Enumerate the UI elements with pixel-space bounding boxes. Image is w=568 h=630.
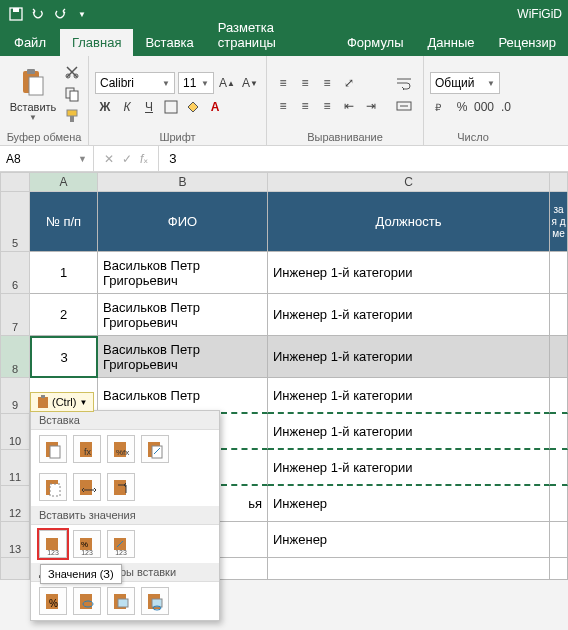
indent-decrease-icon[interactable]: ⇤ bbox=[339, 96, 359, 116]
border-button[interactable] bbox=[161, 97, 181, 117]
comma-icon[interactable]: 000 bbox=[474, 97, 494, 117]
paste-picture-icon[interactable] bbox=[107, 587, 135, 615]
row-header[interactable]: 8 bbox=[0, 336, 30, 378]
cell[interactable]: Инженер 1-й категории bbox=[268, 378, 550, 414]
cell[interactable] bbox=[550, 414, 568, 450]
cut-icon[interactable] bbox=[64, 64, 82, 82]
row-header[interactable]: 6 bbox=[0, 252, 30, 294]
paste-all-icon[interactable] bbox=[39, 435, 67, 463]
align-top-icon[interactable]: ≡ bbox=[273, 73, 293, 93]
align-middle-icon[interactable]: ≡ bbox=[295, 73, 315, 93]
cell[interactable]: Инженер 1-й категории bbox=[268, 450, 550, 486]
cell[interactable]: 2 bbox=[30, 294, 98, 336]
cell[interactable]: Васильков Петр bbox=[98, 378, 268, 414]
row-header[interactable] bbox=[0, 558, 30, 580]
col-header-B[interactable]: B bbox=[98, 172, 268, 192]
align-right-icon[interactable]: ≡ bbox=[317, 96, 337, 116]
tab-file[interactable]: Файл bbox=[0, 29, 60, 56]
cell[interactable] bbox=[550, 450, 568, 486]
row-header[interactable]: 7 bbox=[0, 294, 30, 336]
paste-transpose-icon[interactable] bbox=[107, 473, 135, 501]
merge-button[interactable] bbox=[391, 96, 417, 116]
paste-formulas-number-icon[interactable]: %fx bbox=[107, 435, 135, 463]
col-header-A[interactable]: A bbox=[30, 172, 98, 192]
col-header-C[interactable]: C bbox=[268, 172, 550, 192]
tab-insert[interactable]: Вставка bbox=[133, 29, 205, 56]
cell[interactable]: Инженер 1-й категории bbox=[268, 252, 550, 294]
decrease-font-icon[interactable]: A▼ bbox=[240, 73, 260, 93]
align-left-icon[interactable]: ≡ bbox=[273, 96, 293, 116]
align-bottom-icon[interactable]: ≡ bbox=[317, 73, 337, 93]
underline-button[interactable]: Ч bbox=[139, 97, 159, 117]
percent-icon[interactable]: % bbox=[452, 97, 472, 117]
tab-home[interactable]: Главная bbox=[60, 29, 133, 56]
formula-content[interactable]: 3 bbox=[159, 151, 186, 166]
row-header[interactable]: 13 bbox=[0, 522, 30, 558]
font-color-button[interactable]: A bbox=[205, 97, 225, 117]
paste-keep-source-icon[interactable] bbox=[141, 435, 169, 463]
tab-formulas[interactable]: Формулы bbox=[335, 29, 416, 56]
active-cell[interactable]: 3 bbox=[30, 336, 98, 378]
cell[interactable]: Инженер 1-й категории bbox=[268, 336, 550, 378]
cell[interactable]: Инженер 1-й категории bbox=[268, 414, 550, 450]
increase-font-icon[interactable]: A▲ bbox=[217, 73, 237, 93]
row-header[interactable]: 10 bbox=[0, 414, 30, 450]
bold-button[interactable]: Ж bbox=[95, 97, 115, 117]
cell[interactable] bbox=[550, 486, 568, 522]
cell[interactable] bbox=[268, 558, 550, 580]
indent-increase-icon[interactable]: ⇥ bbox=[361, 96, 381, 116]
cell[interactable]: Васильков Петр Григорьевич bbox=[98, 294, 268, 336]
align-center-icon[interactable]: ≡ bbox=[295, 96, 315, 116]
cell[interactable]: 1 bbox=[30, 252, 98, 294]
function-icon[interactable]: fₓ bbox=[140, 152, 148, 166]
cell[interactable] bbox=[550, 294, 568, 336]
tab-data[interactable]: Данные bbox=[416, 29, 487, 56]
row-header[interactable]: 12 bbox=[0, 486, 30, 522]
enter-icon[interactable]: ✓ bbox=[122, 152, 132, 166]
row-header[interactable]: 11 bbox=[0, 450, 30, 486]
cell[interactable]: Должность bbox=[268, 192, 550, 252]
increase-decimal-icon[interactable]: .0 bbox=[496, 97, 516, 117]
format-painter-icon[interactable] bbox=[64, 108, 82, 126]
cell[interactable]: за я д ме bbox=[550, 192, 568, 252]
paste-no-borders-icon[interactable] bbox=[39, 473, 67, 501]
paste-values-number-icon[interactable]: %123 bbox=[73, 530, 101, 558]
tab-review[interactable]: Рецензир bbox=[487, 29, 569, 56]
cell[interactable]: Инженер 1-й категории bbox=[268, 294, 550, 336]
col-header-next[interactable] bbox=[550, 172, 568, 192]
fill-color-button[interactable] bbox=[183, 97, 203, 117]
cell[interactable] bbox=[550, 378, 568, 414]
cancel-icon[interactable]: ✕ bbox=[104, 152, 114, 166]
row-header[interactable]: 5 bbox=[0, 192, 30, 252]
font-name-combo[interactable]: Calibri▼ bbox=[95, 72, 175, 94]
copy-icon[interactable] bbox=[64, 86, 82, 104]
cell[interactable] bbox=[550, 336, 568, 378]
qat-dropdown-icon[interactable]: ▼ bbox=[74, 6, 90, 22]
redo-icon[interactable] bbox=[52, 6, 68, 22]
font-size-combo[interactable]: 11▼ bbox=[178, 72, 214, 94]
paste-button[interactable]: Вставить ▼ bbox=[6, 67, 60, 122]
cell[interactable]: Васильков Петр Григорьевич bbox=[98, 252, 268, 294]
cell[interactable]: № п/п bbox=[30, 192, 98, 252]
row-header[interactable]: 9 bbox=[0, 378, 30, 414]
paste-values-source-icon[interactable]: 123 bbox=[107, 530, 135, 558]
wrap-text-button[interactable] bbox=[391, 73, 417, 93]
tab-layout[interactable]: Разметка страницы bbox=[206, 14, 335, 56]
name-box[interactable]: A8▼ bbox=[0, 146, 94, 171]
paste-linked-picture-icon[interactable] bbox=[141, 587, 169, 615]
cell[interactable] bbox=[550, 252, 568, 294]
cell[interactable]: ФИО bbox=[98, 192, 268, 252]
paste-keep-width-icon[interactable] bbox=[73, 473, 101, 501]
cell[interactable]: Васильков Петр Григорьевич bbox=[98, 336, 268, 378]
paste-formatting-icon[interactable]: % bbox=[39, 587, 67, 615]
cell[interactable] bbox=[550, 558, 568, 580]
undo-icon[interactable] bbox=[30, 6, 46, 22]
cell[interactable] bbox=[550, 522, 568, 558]
number-format-combo[interactable]: Общий▼ bbox=[430, 72, 500, 94]
paste-options-button[interactable]: (Ctrl) ▼ bbox=[30, 392, 94, 412]
currency-icon[interactable]: ₽ bbox=[430, 97, 450, 117]
select-all-corner[interactable] bbox=[0, 172, 30, 192]
save-icon[interactable] bbox=[8, 6, 24, 22]
paste-formulas-icon[interactable]: fx bbox=[73, 435, 101, 463]
paste-link-icon[interactable] bbox=[73, 587, 101, 615]
